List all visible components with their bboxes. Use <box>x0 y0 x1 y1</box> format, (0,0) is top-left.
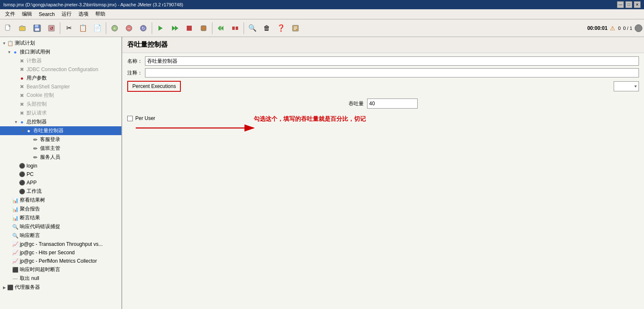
revert-button[interactable]: ↺ <box>45 21 58 35</box>
open-button[interactable] <box>16 21 30 35</box>
expand-icon-11 <box>27 137 32 142</box>
node-icon-13: ✏ <box>32 154 39 161</box>
tree-item-6[interactable]: ✖ Cookie 控制 <box>0 91 121 100</box>
menu-run[interactable]: 运行 <box>58 10 75 19</box>
cut-button[interactable]: ✂ <box>62 21 75 35</box>
svg-text:−: − <box>128 26 130 31</box>
remote-start-button[interactable] <box>214 21 228 35</box>
shutdown-button[interactable] <box>197 21 210 35</box>
tree-item-10[interactable]: ▼ ● 吞吐量控制器 <box>0 126 121 135</box>
templates-button[interactable] <box>289 21 302 35</box>
tree-item-7[interactable]: ✖ 头部控制 <box>0 100 121 109</box>
tree-item-28[interactable]: ▶ ⬛ 代理服务器 <box>0 283 121 292</box>
menu-edit[interactable]: 编辑 <box>19 10 35 19</box>
name-input[interactable] <box>145 56 639 66</box>
node-label-26: 响应时间超时断言 <box>20 266 60 273</box>
percent-executions-tab[interactable]: Percent Executions <box>127 81 181 92</box>
expand-icon-10: ▼ <box>20 128 25 133</box>
expand-icon-3 <box>13 67 19 72</box>
node-label-10: 吞吐量控制器 <box>33 127 64 134</box>
tree-item-12[interactable]: ✏ 值班主管 <box>0 144 121 153</box>
minimize-button[interactable]: — <box>617 1 624 8</box>
expand-icon-26 <box>7 267 12 272</box>
svg-marker-15 <box>172 26 175 31</box>
tree-item-1[interactable]: ▼ ● 接口测试用例 <box>0 48 121 56</box>
toolbar-separator-5 <box>244 22 244 34</box>
tree-item-18[interactable]: 📊 察看结果树 <box>0 196 121 205</box>
stop-button[interactable] <box>182 21 196 35</box>
tree-item-13[interactable]: ✏ 服务人员 <box>0 153 121 162</box>
search-tool-button[interactable]: 🔍 <box>246 21 259 35</box>
copy-button[interactable]: 📋 <box>76 21 90 35</box>
tree-item-2[interactable]: ✖ 计数器 <box>0 56 121 65</box>
tree-item-21[interactable]: 🔍 响应代码错误捕捉 <box>0 222 121 231</box>
tree-item-14[interactable]: ⚫ login <box>0 162 121 170</box>
close-button[interactable]: ✕ <box>634 1 641 8</box>
node-label-4: 用户参数 <box>27 75 47 82</box>
tree-item-15[interactable]: ⚫ PC <box>0 170 121 178</box>
node-icon-7: ✖ <box>19 101 25 108</box>
menu-options[interactable]: 选项 <box>75 10 92 19</box>
tree-item-26[interactable]: ⬛ 响应时间超时断言 <box>0 265 121 274</box>
node-label-28: 代理服务器 <box>15 284 40 291</box>
expand-icon-25 <box>7 258 12 264</box>
comment-input[interactable] <box>145 68 639 77</box>
start-button[interactable] <box>154 21 167 35</box>
node-icon-23: 📈 <box>12 241 19 248</box>
tree-item-23[interactable]: 📈 jp@gc - Transaction Throughput vs... <box>0 240 121 248</box>
start-no-pauses-button[interactable] <box>168 21 182 35</box>
node-label-11: 客服登录 <box>40 136 60 143</box>
tree-item-25[interactable]: 📈 jp@gc - PerfMon Metrics Collector <box>0 257 121 265</box>
shrink-button[interactable]: − <box>122 21 136 35</box>
comment-row: 注释： <box>127 68 639 77</box>
svg-rect-4 <box>35 25 38 27</box>
tree-item-16[interactable]: ⚫ APP <box>0 178 121 187</box>
tree-item-22[interactable]: 🔍 响应断言 <box>0 231 121 240</box>
tree-item-19[interactable]: 📊 聚合报告 <box>0 205 121 213</box>
menu-search[interactable]: Search <box>35 11 58 18</box>
maximize-button[interactable]: □ <box>625 1 632 8</box>
tree-item-9[interactable]: ▼ ● 总控制器 <box>0 117 121 126</box>
clear-all-button[interactable]: 🗑 <box>260 21 274 35</box>
node-icon-10: ● <box>25 128 32 134</box>
tree-item-5[interactable]: ✖ BeanShell Sampler <box>0 83 121 91</box>
tree-item-27[interactable]: — 取出 null <box>0 274 121 283</box>
node-icon-24: 📈 <box>12 249 19 256</box>
toggle-button[interactable]: ↻ <box>137 21 150 35</box>
remote-stop-button[interactable] <box>228 21 242 35</box>
node-icon-26: ⬛ <box>12 266 19 273</box>
toolbar-separator-3 <box>152 22 152 34</box>
paste-button[interactable]: 📄 <box>91 21 104 35</box>
tree-item-8[interactable]: ✖ 默认请求 <box>0 109 121 117</box>
tree-item-0[interactable]: ▼ 📋 测试计划 <box>0 39 121 48</box>
node-icon-15: ⚫ <box>19 171 25 178</box>
tree-item-17[interactable]: ⚫ 工作流 <box>0 187 121 196</box>
tree-item-11[interactable]: ✏ 客服登录 <box>0 135 121 144</box>
warning-count: 0 <box>618 26 620 31</box>
node-label-9: 总控制器 <box>27 118 47 125</box>
tree-item-20[interactable]: 📊 断言结果 <box>0 213 121 222</box>
tree-item-4[interactable]: ● 用户参数 <box>0 74 121 83</box>
save-button[interactable] <box>30 21 44 35</box>
tree-item-24[interactable]: 📈 jp@gc - Hits per Second <box>0 248 121 257</box>
form-area: 名称： 注释： <box>122 53 644 81</box>
node-label-3: JDBC Connection Configuration <box>27 67 98 72</box>
node-icon-6: ✖ <box>19 92 25 99</box>
tree-item-3[interactable]: ✖ JDBC Connection Configuration <box>0 65 121 74</box>
menu-file[interactable]: 文件 <box>2 10 19 19</box>
expand-button[interactable]: + <box>108 21 121 35</box>
function-helper-button[interactable]: ❓ <box>274 21 288 35</box>
ratio-display: 0 / 1 <box>623 26 632 31</box>
svg-rect-5 <box>35 28 39 31</box>
toolbar-separator-1 <box>60 22 60 34</box>
node-icon-25: 📈 <box>12 258 19 264</box>
new-button[interactable] <box>2 21 15 35</box>
menu-help[interactable]: 帮助 <box>92 10 109 19</box>
tab-dropdown[interactable] <box>614 81 639 91</box>
expand-icon-21 <box>7 224 12 229</box>
expand-icon-13 <box>27 155 32 160</box>
throughput-input[interactable] <box>367 99 418 109</box>
node-label-27: 取出 null <box>20 275 39 282</box>
node-icon-28: ⬛ <box>7 284 13 291</box>
node-label-22: 响应断言 <box>20 232 40 239</box>
